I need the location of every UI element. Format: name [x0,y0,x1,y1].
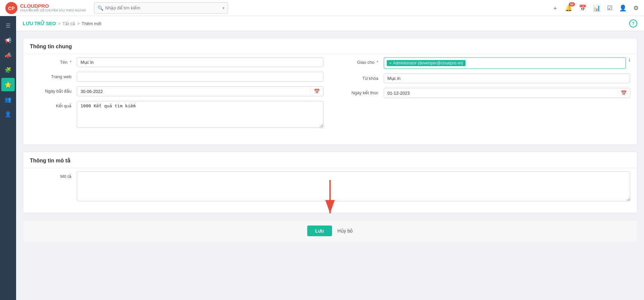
tu-khoa-input[interactable] [384,73,630,83]
sidebar: ☰ 📢 📣 🧩 ⭐ 👥 👤 [0,16,16,300]
ngay-bat-dau-date[interactable]: 📅 [77,86,323,96]
giao-cho-tag[interactable]: × Administrator (developer@cloudpro.vn) [387,60,466,66]
form-group-mo-ta: Mô tả [30,171,630,201]
save-button[interactable]: Lưu [307,226,332,236]
giao-cho-required: * [377,60,378,65]
mo-ta-textarea[interactable] [77,171,630,201]
notification-icon[interactable]: 🔔 55 [565,4,572,12]
search-input[interactable] [105,5,220,10]
logo-icon: CP [5,2,17,14]
ngay-bat-dau-input[interactable] [77,87,310,96]
ten-label: Tên * [30,57,77,65]
form-col-left: Tên * Trang web [30,57,323,133]
form-group-trang-web: Trang web [30,72,323,82]
breadcrumb-main[interactable]: LƯU TRỮ SEO [23,21,56,26]
dashboard-icon[interactable]: 📊 [593,4,600,12]
giao-cho-label: Giao cho * [337,57,384,65]
form-group-ket-qua: Kết quả 1000 Kết quả tìm kiếm [30,101,323,128]
trang-web-input[interactable] [77,72,323,82]
breadcrumb-sep1: > [58,21,61,26]
description-card: Thông tin mô tả Mô tả [23,152,637,213]
sidebar-item-campaigns[interactable]: 📣 [1,48,15,62]
form-group-giao-cho: Giao cho * × Administrator (developer@cl… [337,57,630,69]
calendar-icon[interactable]: 📅 [579,4,586,12]
cancel-button[interactable]: Hủy bỏ [337,228,353,234]
mo-ta-label: Mô tả [30,171,77,179]
search-icon: 🔍 [98,5,103,11]
sidebar-item-menu[interactable]: ☰ [1,19,15,32]
top-icons: ＋ 🔔 55 📅 📊 ☑ 👤 ⚙ [552,4,639,12]
ngay-ket-thuc-calendar-icon[interactable]: 📅 [617,88,630,98]
ngay-bat-dau-calendar-icon[interactable]: 📅 [310,87,323,96]
description-header: Thông tin mô tả [23,152,637,168]
breadcrumb: LƯU TRỮ SEO > Tất cả > Thêm mới [23,21,101,26]
svg-text:CP: CP [8,6,14,11]
logo-area: CP CLOUDPRO CHUYỂN ĐỔI SỐ CHUYÊN SÂU THE… [5,2,86,14]
ten-input[interactable] [77,57,323,67]
breadcrumb-all[interactable]: Tất cả [62,21,75,26]
help-icon[interactable]: ? [629,19,637,28]
description-title: Thông tin mô tả [30,158,70,163]
breadcrumb-sep2: > [77,21,80,26]
user-icon[interactable]: 👤 [619,4,627,12]
search-chevron-icon: ▾ [222,6,224,10]
form-group-ten: Tên * [30,57,323,67]
description-body: Mô tả [23,168,637,213]
logo-text: CLOUDPRO CHUYỂN ĐỔI SỐ CHUYÊN SÂU THEO N… [20,3,86,12]
add-icon[interactable]: ＋ [552,4,558,12]
general-info-body: Tên * Trang web [23,54,637,145]
sidebar-item-users[interactable]: 👥 [1,93,15,106]
ngay-bat-dau-label: Ngày bắt đầu [30,86,77,94]
form-col-right: Giao cho * × Administrator (developer@cl… [337,57,630,133]
form-group-ngay-ket-thuc: Ngày kết thúc 📅 [337,88,630,98]
breadcrumb-current: Thêm mới [82,21,102,26]
notification-badge: 55 [569,2,575,6]
form-group-ngay-bat-dau: Ngày bắt đầu 📅 [30,86,323,96]
sidebar-item-seo[interactable]: ⭐ [1,78,15,91]
breadcrumb-bar: LƯU TRỮ SEO > Tất cả > Thêm mới ? [16,16,644,31]
giao-cho-tag-close[interactable]: × [389,61,391,65]
ngay-ket-thuc-label: Ngày kết thúc [337,88,384,95]
form-group-tu-khoa: Từ khóa [337,73,630,83]
giao-cho-tag-label: Administrator (developer@cloudpro.vn) [393,61,463,65]
footer-bar: Lưu Hủy bỏ [23,220,637,242]
brand-tagline: CHUYỂN ĐỔI SỐ CHUYÊN SÂU THEO NGÀNH [20,9,86,12]
general-info-card: Thông tin chung Tên * [23,38,637,145]
ket-qua-label: Kết quả [30,101,77,108]
ngay-ket-thuc-date[interactable]: 📅 [384,88,630,98]
trang-web-label: Trang web [30,72,77,79]
top-bar: CP CLOUDPRO CHUYỂN ĐỔI SỐ CHUYÊN SÂU THE… [0,0,644,16]
giao-cho-input[interactable]: × Administrator (developer@cloudpro.vn) [384,57,626,69]
giao-cho-info-icon[interactable]: ℹ [629,57,630,63]
sidebar-item-integrations[interactable]: 🧩 [1,63,15,77]
ket-qua-textarea[interactable]: 1000 Kết quả tìm kiếm [77,101,323,128]
ten-required: * [70,60,71,65]
tasks-icon[interactable]: ☑ [607,4,612,12]
search-box[interactable]: 🔍 ▾ [94,2,228,14]
page-content: Thông tin chung Tên * [16,31,644,248]
general-info-title: Thông tin chung [30,44,72,49]
sidebar-item-announcements[interactable]: 📢 [1,34,15,47]
brand-name: CLOUDPRO [20,3,86,9]
tu-khoa-label: Từ khóa [337,73,384,81]
form-row-1: Tên * Trang web [30,57,630,133]
ngay-ket-thuc-input[interactable] [384,89,617,98]
settings-icon[interactable]: ⚙ [633,4,639,12]
content-area: LƯU TRỮ SEO > Tất cả > Thêm mới ? Thông … [16,16,644,300]
sidebar-item-profile[interactable]: 👤 [1,107,15,121]
general-info-header: Thông tin chung [23,38,637,54]
